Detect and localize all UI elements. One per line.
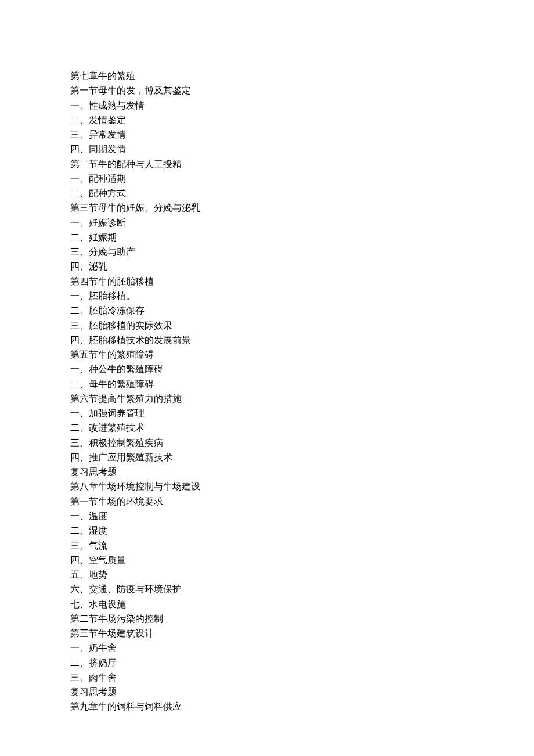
toc-line: 第九章牛的饲料与饲料供应 [70, 699, 534, 714]
toc-line: 二、挤奶厅 [70, 656, 534, 670]
toc-line: 第一节牛场的环境要求 [70, 494, 534, 509]
toc-line: 四、胚胎移植技术的发展前景 [70, 333, 534, 347]
toc-line: 第八章牛场环境控制与牛场建设 [70, 479, 534, 494]
toc-line: 复习思考题 [70, 685, 534, 699]
toc-line: 三、积极控制繁殖疾病 [70, 435, 534, 450]
toc-line: 二、改进繁殖技术 [70, 420, 534, 435]
toc-line: 第五节牛的繁殖障碍 [70, 347, 534, 362]
toc-line: 第六节提高牛繁殖力的措施 [70, 391, 534, 406]
toc-line: 一、胚胎移植。 [70, 289, 534, 303]
toc-line: 二、胚胎冷冻保存 [70, 303, 534, 318]
toc-line: 一、妊娠诊断 [70, 215, 534, 230]
toc-line: 三、肉牛舍 [70, 670, 534, 685]
toc-line: 七、水电设施 [70, 597, 534, 611]
toc-line: 三、胚胎移植的实际效果 [70, 318, 534, 333]
toc-line: 第二节牛场污染的控制 [70, 611, 534, 626]
toc-line: 复习思考题 [70, 465, 534, 479]
toc-line: 一、种公牛的繁殖障碍 [70, 362, 534, 376]
toc-line: 三、分娩与助产 [70, 244, 534, 259]
toc-line: 第四节牛的胚胎移植 [70, 274, 534, 289]
toc-line: 第二节牛的配种与人工授精 [70, 157, 534, 171]
toc-line: 第三节母牛的妊娠、分娩与泌乳 [70, 200, 534, 215]
toc-line: 第七章牛的繁殖 [70, 69, 534, 83]
toc-line: 一、温度 [70, 509, 534, 523]
toc-line: 第一节母牛的发，博及其鉴定 [70, 83, 534, 98]
toc-line: 一、加强饲养管理 [70, 406, 534, 420]
toc-line: 第三节牛场建筑设计 [70, 626, 534, 640]
toc-line: 二、配种方式 [70, 186, 534, 200]
toc-line: 四、推广应用繁殖新技术 [70, 450, 534, 465]
toc-line: 二、湿度 [70, 523, 534, 538]
toc-line: 二、发情鉴定 [70, 113, 534, 127]
toc-line: 六、交通、防疫与环境保护 [70, 582, 534, 596]
toc-line: 三、异常发情 [70, 127, 534, 142]
toc-line: 一、性成熟与发情 [70, 98, 534, 113]
document-content: 第七章牛的繁殖 第一节母牛的发，博及其鉴定 一、性成熟与发情 二、发情鉴定 三、… [70, 69, 534, 714]
toc-line: 四、同期发情 [70, 142, 534, 156]
toc-line: 一、配种适期 [70, 171, 534, 186]
toc-line: 二、妊娠期 [70, 230, 534, 244]
toc-line: 三、气流 [70, 538, 534, 553]
toc-line: 五、地势 [70, 567, 534, 582]
toc-line: 四、空气质量 [70, 553, 534, 567]
toc-line: 一、奶牛舍 [70, 640, 534, 655]
toc-line: 二、母牛的繁殖障碍 [70, 377, 534, 391]
toc-line: 四、泌乳 [70, 259, 534, 273]
